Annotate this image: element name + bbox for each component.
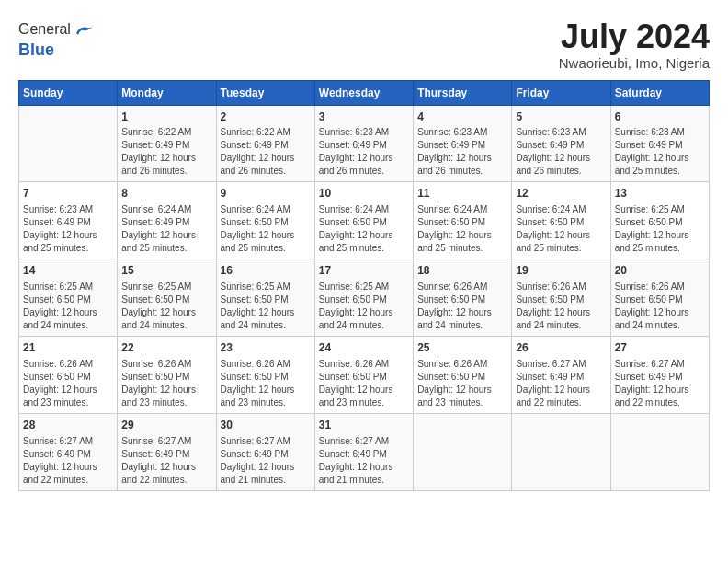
day-info: Sunrise: 6:27 AM Sunset: 6:49 PM Dayligh…: [516, 358, 606, 409]
page-header: General Blue July 2024 Nwaorieubi, Imo, …: [18, 18, 710, 71]
day-info: Sunrise: 6:25 AM Sunset: 6:50 PM Dayligh…: [615, 203, 705, 255]
day-number: 25: [417, 340, 507, 356]
day-header-wednesday: Wednesday: [314, 80, 413, 105]
calendar-cell: 11Sunrise: 6:24 AM Sunset: 6:50 PM Dayli…: [414, 182, 512, 259]
calendar-cell: 23Sunrise: 6:26 AM Sunset: 6:50 PM Dayli…: [216, 336, 314, 413]
day-number: 14: [23, 263, 113, 279]
calendar-cell: 22Sunrise: 6:26 AM Sunset: 6:50 PM Dayli…: [118, 336, 216, 413]
calendar-cell: 30Sunrise: 6:27 AM Sunset: 6:49 PM Dayli…: [216, 413, 314, 490]
calendar-cell: 24Sunrise: 6:26 AM Sunset: 6:50 PM Dayli…: [314, 336, 413, 413]
day-info: Sunrise: 6:22 AM Sunset: 6:49 PM Dayligh…: [121, 126, 211, 178]
day-info: Sunrise: 6:26 AM Sunset: 6:50 PM Dayligh…: [319, 358, 409, 409]
title-block: July 2024 Nwaorieubi, Imo, Nigeria: [559, 18, 710, 71]
day-number: 10: [319, 186, 409, 201]
day-number: 9: [221, 186, 311, 201]
day-info: Sunrise: 6:27 AM Sunset: 6:49 PM Dayligh…: [615, 358, 705, 409]
calendar-week-row: 28Sunrise: 6:27 AM Sunset: 6:49 PM Dayli…: [19, 413, 710, 490]
day-number: 24: [319, 340, 409, 356]
calendar-cell: 9Sunrise: 6:24 AM Sunset: 6:50 PM Daylig…: [216, 182, 314, 259]
day-header-friday: Friday: [512, 80, 610, 105]
logo-blue: Blue: [18, 40, 54, 59]
calendar-cell: 12Sunrise: 6:24 AM Sunset: 6:50 PM Dayli…: [512, 182, 610, 259]
day-number: 19: [516, 263, 606, 279]
logo-bird-icon: [73, 18, 95, 40]
day-info: Sunrise: 6:25 AM Sunset: 6:50 PM Dayligh…: [121, 281, 211, 332]
calendar-cell: 17Sunrise: 6:25 AM Sunset: 6:50 PM Dayli…: [314, 259, 413, 337]
day-number: 16: [221, 263, 311, 279]
day-info: Sunrise: 6:23 AM Sunset: 6:49 PM Dayligh…: [23, 203, 113, 255]
day-info: Sunrise: 6:27 AM Sunset: 6:49 PM Dayligh…: [121, 435, 211, 487]
logo: General Blue: [18, 18, 95, 60]
day-info: Sunrise: 6:26 AM Sunset: 6:50 PM Dayligh…: [121, 358, 211, 409]
calendar-cell: [414, 413, 512, 490]
calendar-cell: 3Sunrise: 6:23 AM Sunset: 6:49 PM Daylig…: [314, 105, 413, 182]
day-number: 30: [221, 418, 311, 433]
day-number: 6: [615, 109, 705, 125]
day-number: 21: [23, 340, 113, 356]
day-header-sunday: Sunday: [19, 80, 118, 105]
location: Nwaorieubi, Imo, Nigeria: [559, 55, 710, 71]
calendar-week-row: 14Sunrise: 6:25 AM Sunset: 6:50 PM Dayli…: [19, 259, 710, 337]
calendar-cell: 14Sunrise: 6:25 AM Sunset: 6:50 PM Dayli…: [19, 259, 118, 337]
calendar-cell: 21Sunrise: 6:26 AM Sunset: 6:50 PM Dayli…: [19, 336, 118, 413]
day-info: Sunrise: 6:26 AM Sunset: 6:50 PM Dayligh…: [516, 281, 606, 332]
day-number: 18: [417, 263, 507, 279]
day-number: 13: [615, 186, 705, 201]
calendar-week-row: 1Sunrise: 6:22 AM Sunset: 6:49 PM Daylig…: [19, 105, 710, 182]
day-number: 26: [516, 340, 606, 356]
calendar-cell: 2Sunrise: 6:22 AM Sunset: 6:49 PM Daylig…: [216, 105, 314, 182]
calendar-cell: 7Sunrise: 6:23 AM Sunset: 6:49 PM Daylig…: [19, 182, 118, 259]
calendar-cell: 6Sunrise: 6:23 AM Sunset: 6:49 PM Daylig…: [610, 105, 709, 182]
logo-general: General: [18, 21, 71, 38]
calendar-cell: [19, 105, 118, 182]
day-info: Sunrise: 6:26 AM Sunset: 6:50 PM Dayligh…: [221, 358, 311, 409]
day-number: 1: [121, 109, 211, 125]
calendar-cell: 16Sunrise: 6:25 AM Sunset: 6:50 PM Dayli…: [216, 259, 314, 337]
day-info: Sunrise: 6:22 AM Sunset: 6:49 PM Dayligh…: [221, 126, 311, 178]
month-title: July 2024: [559, 18, 710, 55]
day-info: Sunrise: 6:27 AM Sunset: 6:49 PM Dayligh…: [23, 435, 113, 487]
day-header-tuesday: Tuesday: [216, 80, 314, 105]
day-info: Sunrise: 6:23 AM Sunset: 6:49 PM Dayligh…: [516, 126, 606, 178]
day-number: 5: [516, 109, 606, 125]
calendar-cell: 1Sunrise: 6:22 AM Sunset: 6:49 PM Daylig…: [118, 105, 216, 182]
calendar-cell: 19Sunrise: 6:26 AM Sunset: 6:50 PM Dayli…: [512, 259, 610, 337]
day-info: Sunrise: 6:24 AM Sunset: 6:50 PM Dayligh…: [417, 203, 507, 255]
calendar-cell: [610, 413, 709, 490]
calendar-cell: 15Sunrise: 6:25 AM Sunset: 6:50 PM Dayli…: [118, 259, 216, 337]
calendar-cell: 10Sunrise: 6:24 AM Sunset: 6:50 PM Dayli…: [314, 182, 413, 259]
calendar-cell: 13Sunrise: 6:25 AM Sunset: 6:50 PM Dayli…: [610, 182, 709, 259]
calendar-cell: 18Sunrise: 6:26 AM Sunset: 6:50 PM Dayli…: [414, 259, 512, 337]
day-number: 29: [121, 418, 211, 433]
day-number: 23: [221, 340, 311, 356]
day-info: Sunrise: 6:27 AM Sunset: 6:49 PM Dayligh…: [319, 435, 409, 487]
calendar-cell: 8Sunrise: 6:24 AM Sunset: 6:49 PM Daylig…: [118, 182, 216, 259]
calendar-cell: 5Sunrise: 6:23 AM Sunset: 6:49 PM Daylig…: [512, 105, 610, 182]
day-number: 28: [23, 418, 113, 433]
day-info: Sunrise: 6:23 AM Sunset: 6:49 PM Dayligh…: [319, 126, 409, 178]
day-number: 2: [221, 109, 311, 125]
day-number: 11: [417, 186, 507, 201]
calendar-header-row: SundayMondayTuesdayWednesdayThursdayFrid…: [19, 80, 710, 105]
calendar-cell: 28Sunrise: 6:27 AM Sunset: 6:49 PM Dayli…: [19, 413, 118, 490]
day-number: 27: [615, 340, 705, 356]
day-info: Sunrise: 6:23 AM Sunset: 6:49 PM Dayligh…: [417, 126, 507, 178]
day-info: Sunrise: 6:26 AM Sunset: 6:50 PM Dayligh…: [417, 358, 507, 409]
day-info: Sunrise: 6:23 AM Sunset: 6:49 PM Dayligh…: [615, 126, 705, 178]
calendar-week-row: 21Sunrise: 6:26 AM Sunset: 6:50 PM Dayli…: [19, 336, 710, 413]
calendar-cell: 20Sunrise: 6:26 AM Sunset: 6:50 PM Dayli…: [610, 259, 709, 337]
day-info: Sunrise: 6:26 AM Sunset: 6:50 PM Dayligh…: [417, 281, 507, 332]
day-number: 31: [319, 418, 409, 433]
day-number: 8: [121, 186, 211, 201]
day-number: 12: [516, 186, 606, 201]
logo-text-block: General Blue: [18, 18, 95, 60]
calendar-cell: [512, 413, 610, 490]
day-info: Sunrise: 6:26 AM Sunset: 6:50 PM Dayligh…: [23, 358, 113, 409]
day-info: Sunrise: 6:27 AM Sunset: 6:49 PM Dayligh…: [221, 435, 311, 487]
day-number: 17: [319, 263, 409, 279]
day-info: Sunrise: 6:25 AM Sunset: 6:50 PM Dayligh…: [319, 281, 409, 332]
day-header-thursday: Thursday: [414, 80, 512, 105]
day-number: 4: [417, 109, 507, 125]
day-info: Sunrise: 6:24 AM Sunset: 6:50 PM Dayligh…: [516, 203, 606, 255]
day-info: Sunrise: 6:25 AM Sunset: 6:50 PM Dayligh…: [221, 281, 311, 332]
